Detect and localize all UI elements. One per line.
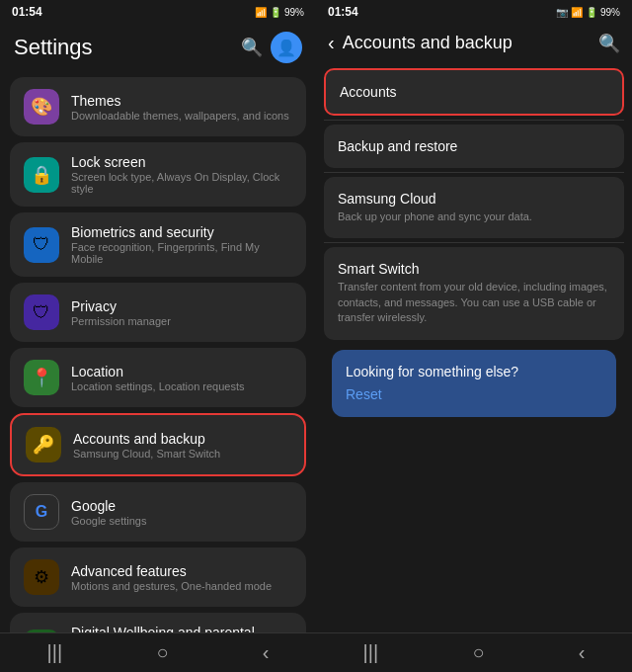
header-icon-group: 🔍 👤 — [241, 32, 302, 63]
lockscreen-subtitle: Screen lock type, Always On Display, Clo… — [71, 171, 292, 195]
divider-1 — [324, 120, 624, 121]
looking-box: Looking for something else? Reset — [332, 350, 616, 417]
themes-title: Themes — [71, 93, 289, 109]
right-smart-switch-subtitle: Transfer content from your old device, i… — [338, 280, 610, 325]
right-camera-icon: 📷 — [556, 7, 568, 18]
advanced-icon: ⚙ — [24, 559, 59, 595]
location-text: Location Location settings, Location req… — [71, 364, 245, 392]
google-icon: G — [24, 494, 59, 530]
right-nav-back[interactable]: ‹ — [579, 641, 586, 664]
settings-title: Settings — [14, 35, 93, 60]
google-title: Google — [71, 498, 146, 514]
right-nav-home[interactable]: ○ — [472, 641, 484, 664]
right-status-bar: 01:54 📷 📶 🔋 99% — [316, 0, 632, 24]
right-samsung-cloud-subtitle: Back up your phone and sync your data. — [338, 210, 610, 224]
lockscreen-title: Lock screen — [71, 154, 292, 170]
right-header: ‹ Accounts and backup 🔍 — [316, 24, 632, 64]
avatar-icon: 👤 — [276, 39, 296, 57]
accounts-subtitle: Samsung Cloud, Smart Switch — [73, 448, 220, 460]
right-item-backup[interactable]: Backup and restore — [324, 125, 624, 168]
right-status-icons: 📷 📶 🔋 99% — [556, 7, 620, 18]
back-button[interactable]: ‹ — [328, 32, 335, 54]
right-battery-icon: 🔋 — [586, 7, 597, 18]
google-subtitle: Google settings — [71, 515, 146, 527]
advanced-title: Advanced features — [71, 563, 272, 579]
right-menu-list: Accounts Backup and restore Samsung Clou… — [316, 64, 632, 632]
avatar[interactable]: 👤 — [271, 32, 302, 63]
divider-2 — [324, 172, 624, 173]
accounts-text: Accounts and backup Samsung Cloud, Smart… — [73, 431, 220, 460]
privacy-text: Privacy Permission manager — [71, 298, 171, 327]
right-item-smart-switch[interactable]: Smart Switch Transfer content from your … — [324, 247, 624, 339]
left-navbar: ||| ○ ‹ — [0, 632, 316, 672]
right-signal-icon: 📶 — [571, 7, 583, 18]
biometrics-subtitle: Face recognition, Fingerprints, Find My … — [71, 241, 292, 265]
left-battery-icon: 🔋 — [270, 7, 281, 18]
settings-item-accounts[interactable]: 🔑 Accounts and backup Samsung Cloud, Sma… — [10, 413, 306, 476]
lockscreen-icon: 🔒 — [24, 157, 59, 193]
left-header: Settings 🔍 👤 — [0, 24, 316, 73]
settings-item-themes[interactable]: 🎨 Themes Downloadable themes, wallpapers… — [10, 77, 306, 136]
left-battery-pct: 99% — [284, 7, 304, 18]
search-icon[interactable]: 🔍 — [241, 37, 263, 58]
looking-title: Looking for something else? — [346, 364, 602, 379]
left-nav-apps[interactable]: ||| — [47, 641, 63, 664]
right-item-accounts[interactable]: Accounts — [324, 68, 624, 116]
right-item-samsung-cloud[interactable]: Samsung Cloud Back up your phone and syn… — [324, 177, 624, 238]
accounts-title: Accounts and backup — [73, 431, 220, 447]
left-nav-home[interactable]: ○ — [156, 641, 168, 664]
location-title: Location — [71, 364, 245, 379]
settings-item-advanced[interactable]: ⚙ Advanced features Motions and gestures… — [10, 547, 306, 607]
right-backup-title: Backup and restore — [338, 138, 610, 154]
themes-text: Themes Downloadable themes, wallpapers, … — [71, 93, 289, 122]
left-time: 01:54 — [12, 5, 42, 19]
privacy-icon: 🛡 — [24, 294, 59, 330]
settings-item-lockscreen[interactable]: 🔒 Lock screen Screen lock type, Always O… — [10, 142, 306, 207]
left-panel: 01:54 📶 🔋 99% Settings 🔍 👤 🎨 Themes Down… — [0, 0, 316, 672]
settings-item-wellbeing[interactable]: 🌿 Digital Wellbeing and parental control… — [10, 613, 306, 632]
left-signal-icon: 📶 — [255, 7, 267, 18]
right-search-icon[interactable]: 🔍 — [598, 33, 620, 54]
left-nav-back[interactable]: ‹ — [263, 641, 270, 664]
right-navbar: ||| ○ ‹ — [316, 632, 632, 672]
biometrics-text: Biometrics and security Face recognition… — [71, 224, 292, 265]
right-panel: 01:54 📷 📶 🔋 99% ‹ Accounts and backup 🔍 … — [316, 0, 632, 672]
settings-item-privacy[interactable]: 🛡 Privacy Permission manager — [10, 283, 306, 342]
divider-3 — [324, 242, 624, 243]
right-samsung-cloud-title: Samsung Cloud — [338, 191, 610, 207]
advanced-text: Advanced features Motions and gestures, … — [71, 563, 272, 592]
accounts-icon: 🔑 — [26, 427, 61, 462]
lockscreen-text: Lock screen Screen lock type, Always On … — [71, 154, 292, 195]
right-smart-switch-title: Smart Switch — [338, 261, 610, 277]
google-text: Google Google settings — [71, 498, 146, 527]
wellbeing-text: Digital Wellbeing and parental controls … — [71, 625, 292, 632]
left-status-bar: 01:54 📶 🔋 99% — [0, 0, 316, 24]
settings-item-biometrics[interactable]: 🛡 Biometrics and security Face recogniti… — [10, 212, 306, 277]
right-nav-apps[interactable]: ||| — [363, 641, 379, 664]
reset-link[interactable]: Reset — [346, 386, 382, 402]
right-page-title: Accounts and backup — [343, 33, 598, 53]
biometrics-icon: 🛡 — [24, 227, 59, 263]
privacy-subtitle: Permission manager — [71, 315, 171, 327]
right-battery-pct: 99% — [600, 7, 620, 18]
location-icon: 📍 — [24, 360, 59, 395]
right-accounts-title: Accounts — [340, 84, 608, 100]
settings-item-google[interactable]: G Google Google settings — [10, 482, 306, 542]
themes-icon: 🎨 — [24, 89, 59, 125]
wellbeing-title: Digital Wellbeing and parental controls — [71, 625, 292, 632]
left-status-icons: 📶 🔋 99% — [255, 7, 304, 18]
right-time: 01:54 — [328, 5, 358, 19]
settings-item-location[interactable]: 📍 Location Location settings, Location r… — [10, 348, 306, 407]
themes-subtitle: Downloadable themes, wallpapers, and ico… — [71, 110, 289, 122]
settings-list: 🎨 Themes Downloadable themes, wallpapers… — [0, 73, 316, 632]
advanced-subtitle: Motions and gestures, One-handed mode — [71, 580, 272, 592]
biometrics-title: Biometrics and security — [71, 224, 292, 240]
privacy-title: Privacy — [71, 298, 171, 314]
location-subtitle: Location settings, Location requests — [71, 380, 245, 392]
